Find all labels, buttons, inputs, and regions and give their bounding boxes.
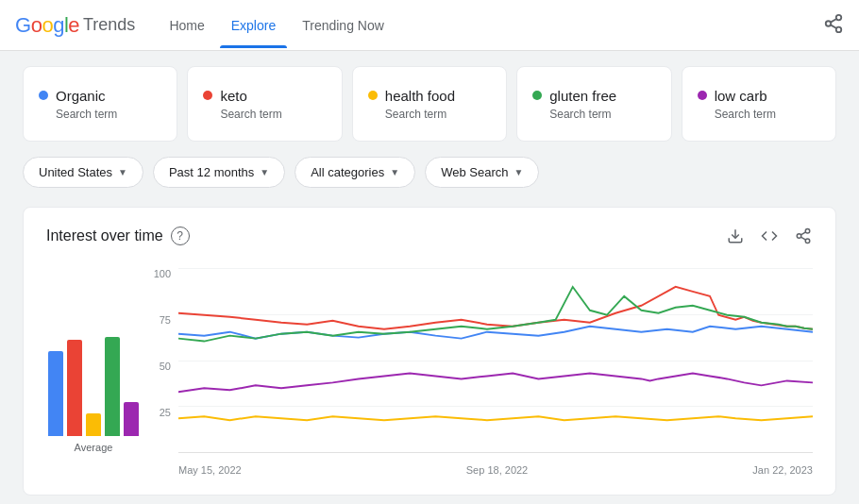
term-header-keto: keto xyxy=(203,88,326,104)
term-dot-low-carb xyxy=(698,91,707,100)
help-icon[interactable]: ? xyxy=(171,227,190,245)
trends-wordmark: Trends xyxy=(83,15,135,35)
term-type-gluten-free: Search term xyxy=(549,108,655,121)
nav-trending[interactable]: Trending Now xyxy=(291,3,396,48)
term-header-gluten-free: gluten free xyxy=(532,88,655,104)
term-card-organic[interactable]: Organic Search term xyxy=(23,66,177,142)
term-header-organic: Organic xyxy=(39,88,161,104)
term-card-keto[interactable]: keto Search term xyxy=(187,66,342,142)
term-name-gluten-free: gluten free xyxy=(549,88,616,104)
y-label-25: 25 xyxy=(160,407,171,418)
logo: Google Trends xyxy=(15,13,135,38)
term-name-health-food: health food xyxy=(385,88,455,104)
svg-point-7 xyxy=(797,234,801,239)
nav-explore[interactable]: Explore xyxy=(220,3,287,48)
term-name-keto: keto xyxy=(220,88,246,104)
trend-lines-svg xyxy=(178,268,813,452)
filter-search-type-label: Web Search xyxy=(441,165,508,179)
term-dot-gluten-free xyxy=(532,91,542,100)
term-type-low-carb: Search term xyxy=(715,108,820,121)
chevron-down-icon: ▼ xyxy=(118,167,127,177)
term-card-health-food[interactable]: health food Search term xyxy=(352,66,507,142)
y-axis: 100 75 50 25 xyxy=(141,268,178,453)
term-header-low-carb: low carb xyxy=(698,88,820,104)
bar-health-food xyxy=(86,413,101,436)
term-type-keto: Search term xyxy=(220,108,326,121)
line-chart: 100 75 50 25 xyxy=(141,268,813,476)
y-label-50: 50 xyxy=(160,361,171,372)
download-button[interactable] xyxy=(726,227,745,245)
bar-keto xyxy=(67,340,82,436)
x-axis: May 15, 2022 Sep 18, 2022 Jan 22, 2023 xyxy=(178,453,813,476)
svg-point-8 xyxy=(805,239,810,244)
header: Google Trends Home Explore Trending Now xyxy=(0,0,859,51)
filters-row: United States ▼ Past 12 months ▼ All cat… xyxy=(23,157,836,188)
bar-organic xyxy=(48,351,63,436)
filter-category-label: All categories xyxy=(311,165,384,179)
chevron-down-icon: ▼ xyxy=(390,167,399,177)
search-terms-row: Organic Search term keto Search term hea… xyxy=(23,66,836,142)
line-keto xyxy=(178,287,813,329)
term-dot-keto xyxy=(203,91,212,100)
bar-gluten-free xyxy=(105,337,120,436)
filter-region-label: United States xyxy=(39,165,112,179)
term-name-organic: Organic xyxy=(56,88,106,104)
google-wordmark: Google xyxy=(15,13,79,38)
bar-container xyxy=(39,323,148,436)
average-label: Average xyxy=(75,442,113,453)
x-label-may: May 15, 2022 xyxy=(178,464,242,476)
svg-point-2 xyxy=(836,27,842,32)
filter-period[interactable]: Past 12 months ▼ xyxy=(153,157,285,188)
svg-point-0 xyxy=(836,15,842,21)
filter-category[interactable]: All categories ▼ xyxy=(295,157,415,188)
share-chart-button[interactable] xyxy=(794,227,813,245)
filter-period-label: Past 12 months xyxy=(169,165,254,179)
term-dot-health-food xyxy=(368,91,378,100)
chevron-down-icon: ▼ xyxy=(260,167,269,177)
average-bar-chart: Average xyxy=(46,268,141,476)
header-actions xyxy=(823,13,844,37)
y-label-75: 75 xyxy=(160,314,171,326)
term-card-low-carb[interactable]: low carb Search term xyxy=(682,66,836,142)
term-name-low-carb: low carb xyxy=(715,88,767,104)
term-card-gluten-free[interactable]: gluten free Search term xyxy=(516,66,671,142)
chart-area xyxy=(178,268,813,453)
share-icon[interactable] xyxy=(823,22,844,37)
chart-title: Interest over time xyxy=(46,227,163,244)
svg-line-9 xyxy=(800,237,805,240)
svg-point-1 xyxy=(826,21,832,26)
chevron-down-icon: ▼ xyxy=(514,167,523,177)
y-label-100: 100 xyxy=(154,268,171,279)
bar-low-carb xyxy=(124,402,139,436)
x-label-sep: Sep 18, 2022 xyxy=(466,464,528,476)
term-header-health-food: health food xyxy=(368,88,491,104)
term-type-organic: Search term xyxy=(56,108,161,121)
svg-line-4 xyxy=(831,19,836,23)
main-nav: Home Explore Trending Now xyxy=(158,3,823,48)
nav-home[interactable]: Home xyxy=(158,3,215,48)
svg-point-6 xyxy=(805,229,810,234)
chart-section: Interest over time ? xyxy=(23,207,836,496)
chart-body: Average 100 75 50 25 xyxy=(46,268,813,476)
svg-line-10 xyxy=(800,232,805,235)
embed-button[interactable] xyxy=(760,227,779,245)
x-label-jan: Jan 22, 2023 xyxy=(752,464,813,476)
term-type-health-food: Search term xyxy=(385,108,491,121)
filter-search-type[interactable]: Web Search ▼ xyxy=(425,157,539,188)
chart-header: Interest over time ? xyxy=(46,227,813,245)
line-low-carb xyxy=(178,373,813,392)
line-health-food xyxy=(178,416,813,420)
filter-region[interactable]: United States ▼ xyxy=(23,157,143,188)
svg-line-3 xyxy=(831,25,836,28)
term-dot-organic xyxy=(39,91,48,100)
chart-actions xyxy=(726,227,813,245)
main-content: Organic Search term keto Search term hea… xyxy=(0,51,859,504)
